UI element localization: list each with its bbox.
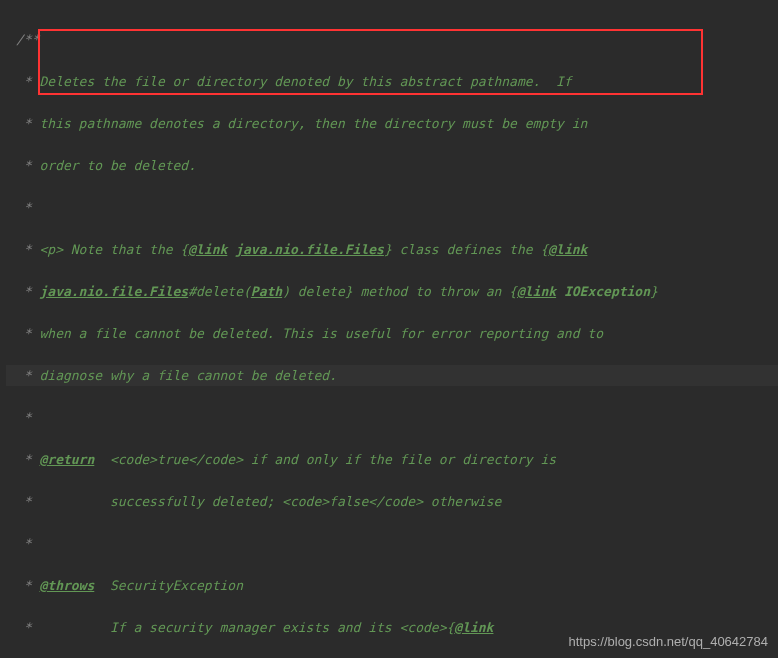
code-line: * bbox=[6, 407, 778, 428]
code-editor[interactable]: /** * Deletes the file or directory deno… bbox=[0, 0, 778, 658]
code-line: * order to be deleted. bbox=[6, 155, 778, 176]
code-line: /** bbox=[6, 29, 778, 50]
code-line: * Deletes the file or directory denoted … bbox=[6, 71, 778, 92]
code-line: * when a file cannot be deleted. This is… bbox=[6, 323, 778, 344]
code-line: * <p> Note that the {@link java.nio.file… bbox=[6, 239, 778, 260]
code-line: * java.nio.file.Files#delete(Path) delet… bbox=[6, 281, 778, 302]
code-line: * this pathname denotes a directory, the… bbox=[6, 113, 778, 134]
code-line: * successfully deleted; <code>false</cod… bbox=[6, 491, 778, 512]
code-line: * bbox=[6, 533, 778, 554]
code-line: * @throws SecurityException bbox=[6, 575, 778, 596]
code-line-highlighted: * diagnose why a file cannot be deleted. bbox=[6, 365, 778, 386]
code-line: * bbox=[6, 197, 778, 218]
watermark: https://blog.csdn.net/qq_40642784 bbox=[569, 631, 769, 652]
code-line: * @return <code>true</code> if and only … bbox=[6, 449, 778, 470]
